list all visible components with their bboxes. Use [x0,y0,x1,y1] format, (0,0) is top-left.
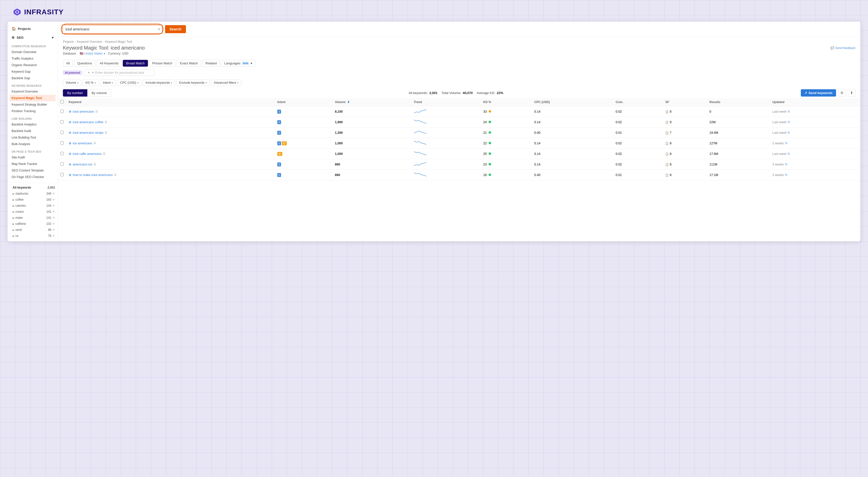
sidebar-item-backlink-analytics[interactable]: Backlink Analytics [7,121,58,128]
add-keyword-icon[interactable]: ⊕ [69,109,71,114]
sidebar-item-backlink-audit[interactable]: Backlink Audit [7,128,58,134]
languages-button[interactable]: Languages beta ▾ [221,60,256,67]
sidebar-seo-row[interactable]: ⚙ SEO ▾ [7,33,58,42]
export-icon-button[interactable]: ⬆ [848,89,856,97]
sidebar-item-on-page-seo-checker[interactable]: On Page SEO Checker [7,174,58,180]
sidebar-item-organic-research[interactable]: Organic Research [7,62,58,68]
tab-all[interactable]: All [63,60,73,67]
sub-kw-cream[interactable]: ▶ cream 141 👁 [7,209,58,215]
row-checkbox[interactable] [60,120,64,124]
refresh-icon[interactable]: ↻ [787,152,790,156]
keyword-text[interactable]: iced americano recipe [73,131,103,134]
row-checkbox[interactable] [60,152,64,155]
include-keywords-filter[interactable]: Include keywords ▾ [143,80,175,86]
sub-kw-calories[interactable]: ▶ calories 144 👁 [7,203,58,209]
volume-filter[interactable]: Volume ▾ [63,80,81,86]
send-keywords-button[interactable]: ↗ Send keywords [801,89,836,97]
refresh-icon[interactable]: ↻ [787,120,790,124]
refresh-icon[interactable]: ↻ [785,141,788,145]
cpc-filter[interactable]: CPC (USD) ▾ [117,80,142,86]
row-checkbox[interactable] [60,109,64,113]
tab-questions[interactable]: Questions [74,60,95,67]
sub-kw-caffeine[interactable]: ▶ caffeine 102 👁 [7,221,58,227]
refresh-icon[interactable]: ↻ [787,109,790,114]
advanced-filters[interactable]: Advanced filters ▾ [211,80,241,86]
sidebar-item-map-rank-tracker[interactable]: Map Rank Tracker [7,161,58,167]
row-checkbox[interactable] [60,162,64,166]
sidebar-item-site-audit[interactable]: Site Audit [7,154,58,161]
sub-kw-venti[interactable]: ▶ venti 96 👁 [7,227,58,233]
sidebar-item-keyword-overview[interactable]: Keyword Overview [7,88,58,95]
keyword-table-icon[interactable]: ☰ [94,163,96,166]
sidebar-item-seo-content-template[interactable]: SEO Content Template [7,167,58,174]
refresh-icon[interactable]: ↻ [785,173,788,177]
search-button[interactable]: Search [165,25,186,33]
keyword-table-icon[interactable]: ☰ [95,110,98,113]
keyword-table-icon[interactable]: ☰ [105,121,107,124]
country-selector[interactable]: 🇺🇸 United States ▾ [80,52,105,55]
add-keyword-icon[interactable]: ⊕ [69,152,71,156]
sidebar-item-projects[interactable]: 🏠 Projects [7,24,58,33]
eye-icon[interactable]: 👁 [52,198,55,201]
row-checkbox[interactable] [60,173,64,176]
sub-kw-starbucks[interactable]: ▶ starbucks 349 👁 [7,191,58,197]
keyword-table-icon[interactable]: ☰ [105,131,107,134]
select-all-checkbox[interactable] [60,100,64,103]
tab-phrase-match[interactable]: Phrase Match [149,60,176,67]
ai-domain-input[interactable]: ✦ ✦ Enter domain for personalized data [84,69,154,76]
sidebar-item-keyword-strategy-builder[interactable]: Keyword Strategy Builder [7,101,58,108]
search-clear-button[interactable]: ✕ [157,27,160,31]
sidebar-item-backlink-gap[interactable]: Backlink Gap [7,75,58,82]
tab-related[interactable]: Related [202,60,220,67]
sidebar-item-keyword-magic-tool[interactable]: Keyword Magic Tool [9,95,56,101]
add-keyword-icon[interactable]: ⊕ [69,141,71,145]
eye-icon[interactable]: 👁 [52,210,55,213]
eye-icon[interactable]: 👁 [52,222,55,225]
search-input[interactable] [62,25,162,34]
th-volume[interactable]: Volume ⬇ [332,98,411,106]
settings-icon-button[interactable]: ⚙ [838,89,846,97]
eye-icon[interactable]: 👁 [52,192,55,195]
send-feedback-button[interactable]: 💬 Send feedback [831,46,856,50]
sub-kw-make[interactable]: ▶ make 141 👁 [7,215,58,221]
keyword-table-icon[interactable]: ☰ [114,173,117,177]
sidebar-item-position-tracking[interactable]: Position Tracking [7,108,58,115]
exclude-keywords-filter[interactable]: Exclude keywords ▾ [176,80,210,86]
kd-filter[interactable]: KD % ▾ [83,80,99,86]
refresh-icon[interactable]: ↻ [787,131,790,134]
keyword-text[interactable]: iced caffe americano [73,152,102,156]
eye-icon[interactable]: 👁 [52,204,55,207]
breadcrumb-projects[interactable]: Projects [63,40,74,43]
keyword-text[interactable]: iced americano [73,110,94,114]
eye-icon[interactable]: 👁 [52,234,55,237]
tab-all-keywords[interactable]: All Keywords [96,60,122,67]
sub-kw-all-keywords[interactable]: All keywords 2,001 [7,185,58,191]
add-keyword-icon[interactable]: ⊕ [69,162,71,166]
row-checkbox[interactable] [60,131,64,134]
keyword-table-icon[interactable]: ☰ [94,141,96,145]
add-keyword-icon[interactable]: ⊕ [69,173,71,177]
toggle-by-volume[interactable]: By volume [87,89,111,97]
sidebar-item-link-building-tool[interactable]: Link Building Tool [7,134,58,141]
eye-icon[interactable]: 👁 [52,216,55,219]
tab-broad-match[interactable]: Broad Match [123,60,148,67]
row-checkbox[interactable] [60,141,64,145]
sidebar-item-bulk-analysis[interactable]: Bulk Analysis [7,141,58,147]
keyword-text[interactable]: americano ice [73,163,92,166]
sidebar-item-traffic-analytics[interactable]: Traffic Analytics [7,55,58,62]
keyword-text[interactable]: ice americano [73,141,92,145]
sidebar-item-keyword-gap[interactable]: Keyword Gap [7,68,58,75]
add-keyword-icon[interactable]: ⊕ [69,131,71,134]
sidebar-item-domain-overview[interactable]: Domain Overview [7,49,58,55]
sub-kw-coffee[interactable]: ▶ coffee 163 👁 [7,197,58,203]
intent-filter[interactable]: Intent ▾ [100,80,116,86]
keyword-text[interactable]: how to make iced americano [73,173,113,177]
eye-icon[interactable]: 👁 [52,228,55,231]
add-keyword-icon[interactable]: ⊕ [69,120,71,124]
breadcrumb-keyword-overview[interactable]: Keyword Overview [77,40,102,43]
keyword-text[interactable]: iced americano coffee [73,121,103,124]
tab-exact-match[interactable]: Exact Match [177,60,201,67]
sub-kw-vs[interactable]: ▶ vs 78 👁 [7,233,58,239]
keyword-table-icon[interactable]: ☰ [103,152,105,155]
refresh-icon[interactable]: ↻ [785,162,788,166]
